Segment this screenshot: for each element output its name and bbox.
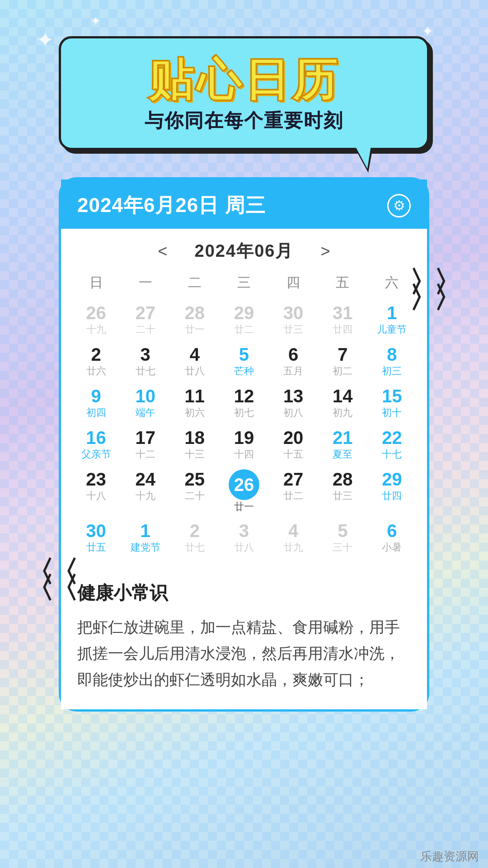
watermark: 乐趣资源网 xyxy=(420,849,479,864)
day-header-tue: 二 xyxy=(170,270,220,296)
month-navigation: < 2024年06月 > xyxy=(72,229,416,270)
day-number: 20 xyxy=(283,428,304,448)
calendar-day[interactable]: 11初六 xyxy=(170,382,219,423)
day-number: 8 xyxy=(387,344,397,364)
day-number: 3 xyxy=(239,521,249,541)
calendar-day[interactable]: 17十二 xyxy=(121,424,169,465)
calendar-day[interactable]: 28廿一 xyxy=(170,299,219,340)
day-lunar: 五月 xyxy=(283,365,303,377)
day-number: 2 xyxy=(190,521,200,541)
day-lunar: 廿三 xyxy=(333,490,352,502)
day-number: 6 xyxy=(288,344,298,364)
calendar-day[interactable]: 3廿八 xyxy=(220,517,268,558)
day-number: 16 xyxy=(86,428,106,448)
page-wrapper: ✦ ✦ ✧ ✦ 贴心日历 与你同在每个重要时刻 〉〉 〉〉 〈〈 〈〈 2024… xyxy=(0,0,488,730)
day-number: 15 xyxy=(382,386,402,406)
day-lunar: 初六 xyxy=(185,407,205,419)
settings-button[interactable]: ⚙ xyxy=(387,194,411,217)
calendar-day[interactable]: 5芒种 xyxy=(220,341,268,382)
calendar-day[interactable]: 30廿三 xyxy=(269,299,318,340)
day-lunar: 廿六 xyxy=(86,365,106,377)
calendar-day[interactable]: 21夏至 xyxy=(319,424,367,465)
health-title: 健康小常识 xyxy=(77,580,411,605)
calendar-day[interactable]: 4廿八 xyxy=(170,341,219,382)
day-number: 25 xyxy=(185,469,205,489)
day-number: 11 xyxy=(185,386,205,406)
calendar-day[interactable]: 29廿二 xyxy=(220,299,268,340)
calendar-day[interactable]: 16父亲节 xyxy=(72,424,120,465)
calendar-day[interactable]: 27廿二 xyxy=(269,466,318,516)
calendar-day[interactable]: 22十七 xyxy=(368,424,416,465)
calendar-day[interactable]: 9初四 xyxy=(72,382,120,423)
calendar-day[interactable]: 30廿五 xyxy=(72,517,120,558)
day-number: 4 xyxy=(288,521,298,541)
calendar-day[interactable]: 13初八 xyxy=(269,382,318,423)
day-lunar: 十八 xyxy=(86,490,106,502)
calendar-day[interactable]: 10端午 xyxy=(121,382,169,423)
day-lunar: 夏至 xyxy=(333,448,352,460)
day-holiday: 儿童节 xyxy=(377,324,407,335)
day-header-sun: 日 xyxy=(72,270,121,296)
calendar-day[interactable]: 15初十 xyxy=(368,382,416,423)
sparkle-decoration-1: ✦ xyxy=(36,27,54,52)
calendar-day[interactable]: 18十三 xyxy=(170,424,219,465)
calendar-day[interactable]: 2廿六 xyxy=(72,341,120,382)
day-number: 28 xyxy=(333,469,353,489)
day-number: 1 xyxy=(387,303,397,323)
day-lunar: 初三 xyxy=(382,365,402,377)
day-lunar: 廿四 xyxy=(333,324,352,335)
calendar-day[interactable]: 3廿七 xyxy=(121,341,169,382)
calendar-day[interactable]: 1建党节 xyxy=(121,517,169,558)
calendar-day[interactable]: 26十九 xyxy=(72,299,120,340)
day-number: 21 xyxy=(333,428,353,448)
calendar-day[interactable]: 20十五 xyxy=(269,424,318,465)
day-lunar: 廿一 xyxy=(234,501,254,513)
day-number: 10 xyxy=(135,386,155,406)
day-lunar: 廿八 xyxy=(234,542,254,553)
calendar-day[interactable]: 26廿一 xyxy=(220,466,268,516)
calendar-body: < 2024年06月 > 日 一 二 三 四 五 六 26十九27二十28廿一2… xyxy=(61,229,427,567)
calendar-day[interactable]: 7初二 xyxy=(319,341,367,382)
calendar-day[interactable]: 2廿七 xyxy=(170,517,219,558)
day-header-wed: 三 xyxy=(220,270,269,296)
calendar-day[interactable]: 25二十 xyxy=(170,466,219,516)
calendar-day[interactable]: 29廿四 xyxy=(368,466,416,516)
day-number: 5 xyxy=(338,521,347,541)
month-year-label: 2024年06月 xyxy=(195,240,294,263)
day-number: 18 xyxy=(185,428,205,448)
speech-bubble: 贴心日历 与你同在每个重要时刻 xyxy=(59,36,429,150)
next-month-button[interactable]: > xyxy=(320,242,330,261)
calendar-day[interactable]: 28廿三 xyxy=(319,466,367,516)
calendar-day[interactable]: 14初九 xyxy=(319,382,367,423)
day-lunar: 廿七 xyxy=(136,365,155,377)
day-lunar: 初四 xyxy=(86,407,106,419)
day-number: 29 xyxy=(234,303,254,323)
day-number: 24 xyxy=(135,469,155,489)
calendar-day[interactable]: 6小暑 xyxy=(368,517,416,558)
calendar-day[interactable]: 8初三 xyxy=(368,341,416,382)
day-number: 26 xyxy=(86,303,106,323)
day-number: 30 xyxy=(283,303,304,323)
day-number: 2 xyxy=(91,344,101,364)
day-header-mon: 一 xyxy=(121,270,170,296)
calendar-day[interactable]: 27二十 xyxy=(121,299,169,340)
day-number: 27 xyxy=(283,469,304,489)
day-number: 7 xyxy=(338,344,347,364)
calendar-day[interactable]: 19十四 xyxy=(220,424,268,465)
calendar-day[interactable]: 6五月 xyxy=(269,341,318,382)
sparkle-decoration-2: ✦ xyxy=(90,14,101,28)
day-number: 28 xyxy=(185,303,205,323)
calendar-day[interactable]: 24十九 xyxy=(121,466,169,516)
calendar-day[interactable]: 23十八 xyxy=(72,466,120,516)
calendar-day[interactable]: 12初七 xyxy=(220,382,268,423)
day-number: 13 xyxy=(283,386,304,406)
day-lunar: 二十 xyxy=(185,490,205,502)
calendar-day[interactable]: 1儿童节 xyxy=(368,299,416,340)
calendar-day[interactable]: 4廿九 xyxy=(269,517,318,558)
calendar-day[interactable]: 5三十 xyxy=(319,517,367,558)
day-number: 31 xyxy=(333,303,353,323)
day-lunar: 廿一 xyxy=(185,324,205,335)
calendar-day[interactable]: 31廿四 xyxy=(319,299,367,340)
prev-month-button[interactable]: < xyxy=(158,242,168,261)
day-lunar: 廿三 xyxy=(283,324,303,335)
